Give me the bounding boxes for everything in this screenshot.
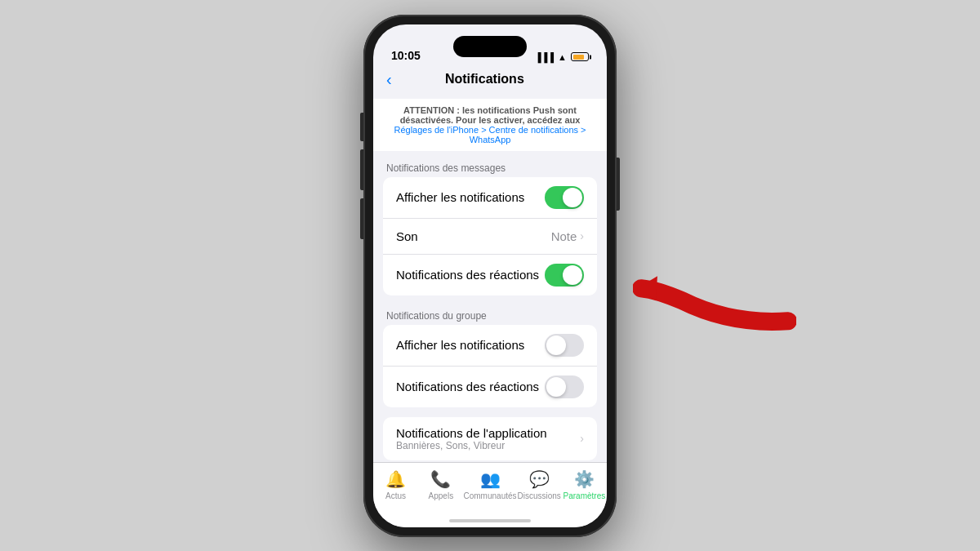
messages-section-header: Notifications des messages <box>373 158 607 177</box>
group-reaction-label: Notifications des réactions <box>396 380 545 393</box>
content-area[interactable]: ATTENTION : les notifications Push sont … <box>373 96 607 462</box>
sound-row[interactable]: Son Note › <box>383 219 597 255</box>
messages-card: Afficher les notifications Son Note › No… <box>383 177 597 295</box>
communautes-icon: 👥 <box>480 469 501 489</box>
group-section-header: Notifications du groupe <box>373 305 607 325</box>
sound-value: Note <box>551 229 577 243</box>
screen: 10:05 ▐▐▐ ▲ ‹ Notifications <box>373 24 607 527</box>
group-section: Notifications du groupe Afficher les not… <box>373 305 607 407</box>
actus-label: Actus <box>385 491 406 500</box>
toggle-thumb-4 <box>546 377 566 397</box>
group-show-notifications-toggle[interactable] <box>545 334 584 357</box>
appels-icon: 📞 <box>430 469 451 489</box>
show-notifications-label: Afficher les notifications <box>396 190 545 204</box>
tab-discussions[interactable]: 💬 Discussions <box>517 469 562 500</box>
messages-section: Notifications des messages Afficher les … <box>373 158 607 295</box>
back-button[interactable]: ‹ <box>386 70 392 89</box>
toggle-thumb <box>563 188 582 207</box>
home-bar <box>449 519 531 522</box>
red-arrow-svg <box>633 256 796 353</box>
appels-label: Appels <box>429 491 454 500</box>
dynamic-island <box>453 36 527 57</box>
arrow-annotation <box>633 256 796 357</box>
back-chevron-icon: ‹ <box>386 70 392 89</box>
warning-link[interactable]: Réglages de l'iPhone > Centre de notific… <box>386 125 594 144</box>
app-notifications-row[interactable]: Notifications de l'application Bannières… <box>383 417 597 460</box>
wifi-icon: ▲ <box>558 52 567 62</box>
vol-up-button[interactable] <box>360 149 363 190</box>
reaction-notifications-label: Notifications des réactions <box>396 268 545 282</box>
battery-indicator <box>571 52 589 61</box>
communautes-label: Communautés <box>464 491 517 500</box>
vol-down-button[interactable] <box>360 198 363 239</box>
group-show-notifications-label: Afficher les notifications <box>396 338 545 352</box>
scene: 10:05 ▐▐▐ ▲ ‹ Notifications <box>0 0 980 551</box>
warning-banner: ATTENTION : les notifications Push sont … <box>373 99 607 151</box>
actus-icon: 🔔 <box>385 469 406 489</box>
parametres-label: Paramètres <box>564 491 606 500</box>
toggle-thumb-3 <box>546 335 566 355</box>
status-time: 10:05 <box>391 49 421 62</box>
home-indicator <box>373 521 607 527</box>
group-show-notifications-row[interactable]: Afficher les notifications <box>383 325 597 367</box>
app-notifications-subtitle: Bannières, Sons, Vibreur <box>396 440 580 451</box>
status-icons: ▐▐▐ ▲ <box>535 52 589 62</box>
nav-bar: ‹ Notifications <box>373 67 607 96</box>
tab-appels[interactable]: 📞 Appels <box>418 469 463 500</box>
power-button[interactable] <box>617 158 620 211</box>
tab-actus[interactable]: 🔔 Actus <box>373 469 418 500</box>
battery-fill <box>573 55 585 60</box>
battery-box <box>571 52 589 61</box>
signal-icon: ▐▐▐ <box>535 52 554 62</box>
show-notifications-toggle[interactable] <box>545 186 584 209</box>
phone-shell: 10:05 ▐▐▐ ▲ ‹ Notifications <box>363 15 617 537</box>
page-title: Notifications <box>392 72 577 87</box>
svg-marker-0 <box>637 276 657 300</box>
reaction-notifications-row[interactable]: Notifications des réactions <box>383 255 597 295</box>
app-notifications-chevron-icon: › <box>580 432 584 445</box>
discussions-icon: 💬 <box>529 469 550 489</box>
app-notifications-content: Notifications de l'application Bannières… <box>396 426 580 451</box>
app-notifications-title: Notifications de l'application <box>396 426 580 440</box>
show-notifications-row[interactable]: Afficher les notifications <box>383 177 597 219</box>
tab-bar: 🔔 Actus 📞 Appels 👥 Communautés 💬 Discuss… <box>373 462 607 521</box>
group-reaction-row[interactable]: Notifications des réactions <box>383 367 597 407</box>
group-reaction-toggle[interactable] <box>545 375 584 398</box>
warning-title: ATTENTION : les notifications Push sont … <box>386 105 594 125</box>
tab-parametres[interactable]: ⚙️ Paramètres <box>562 469 607 500</box>
sound-label: Son <box>396 229 551 243</box>
reaction-notifications-toggle[interactable] <box>545 264 584 287</box>
discussions-label: Discussions <box>517 491 560 500</box>
tab-communautes[interactable]: 👥 Communautés <box>464 469 517 500</box>
toggle-thumb-2 <box>563 265 582 285</box>
group-card: Afficher les notifications Notifications… <box>383 325 597 407</box>
parametres-icon: ⚙️ <box>574 469 595 489</box>
chevron-icon: › <box>580 229 584 242</box>
